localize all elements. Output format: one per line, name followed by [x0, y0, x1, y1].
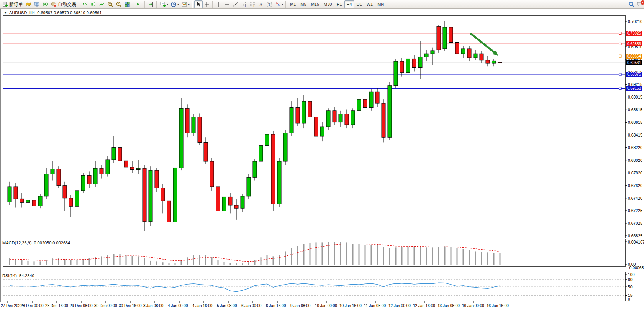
bar-chart-icon	[82, 1, 88, 7]
vertical-line-tool-button[interactable]	[215, 0, 223, 8]
candle-body	[283, 133, 287, 161]
shift-chart-button[interactable]	[135, 0, 143, 8]
candle-body	[185, 108, 189, 133]
date-label: 12 Jan 16:00	[413, 304, 435, 308]
zoom-in-button[interactable]	[106, 0, 115, 8]
timeframe-w1[interactable]: W1	[364, 0, 375, 8]
timeframe-m5[interactable]: M5	[298, 0, 308, 8]
candle-body	[253, 161, 257, 177]
line-handle[interactable]	[619, 43, 621, 45]
price-tick-label: 0.68615	[628, 120, 642, 125]
candle-body	[406, 59, 410, 72]
arrows-tool-button[interactable]: ▾	[274, 0, 284, 8]
candle-body	[474, 54, 477, 58]
crosshair-tool-button[interactable]	[203, 0, 211, 8]
candle-body	[167, 201, 171, 222]
tile-windows-button[interactable]	[123, 0, 131, 8]
new-order-icon	[2, 1, 8, 7]
candle-body	[412, 59, 416, 67]
autotrading-icon	[51, 1, 57, 7]
candle-body	[296, 108, 300, 123]
rsi-value: 54.2840	[19, 273, 34, 278]
cursor-icon	[195, 1, 202, 7]
candle-body	[216, 187, 220, 211]
line-handle[interactable]	[619, 32, 621, 35]
terminal-button[interactable]	[33, 0, 41, 8]
timeframe-m30[interactable]: M30	[321, 0, 334, 8]
candlesticks[interactable]	[8, 21, 502, 231]
candle-body	[461, 49, 465, 54]
line-handle[interactable]	[619, 87, 621, 90]
text-label-tool-button[interactable]: T	[265, 0, 274, 8]
price-tick-label: 0.68020	[628, 158, 642, 163]
date-label: 13 Jan 08:00	[438, 304, 460, 308]
templates-button[interactable]: ▾	[180, 0, 191, 8]
timeframe-m15[interactable]: M15	[309, 0, 321, 8]
candle-body	[155, 170, 159, 188]
price-tick-label: 0.67820	[628, 171, 642, 175]
timeframe-m1[interactable]: M1	[288, 0, 298, 8]
candle-body	[486, 60, 490, 63]
button-label: MN	[377, 2, 384, 7]
text-tool-button[interactable]: A	[257, 0, 265, 8]
chevron-down-icon[interactable]: ▼	[4, 11, 7, 15]
line-handle[interactable]	[619, 55, 621, 57]
market-watch-button[interactable]	[24, 0, 33, 8]
periods-button[interactable]: ▾	[169, 0, 180, 8]
date-label: 4 Jan 00:00	[168, 304, 188, 308]
candle-body	[400, 61, 404, 73]
line-handle[interactable]	[619, 73, 621, 76]
chart-window[interactable]: ▼AUDUSD-,H4 0.69567 0.69579 0.69510 0.69…	[0, 9, 644, 311]
new-order-button[interactable]: 新订单	[1, 0, 24, 8]
price-line-tag: 0.69375	[626, 72, 642, 77]
signals-button[interactable]	[41, 0, 49, 8]
bar-chart-button[interactable]	[81, 0, 89, 8]
candle-body	[308, 101, 312, 117]
rsi-axis-label: 50	[628, 285, 633, 289]
candle-body	[20, 199, 24, 202]
periods-icon	[170, 1, 177, 7]
candle-body	[136, 168, 140, 169]
trendline-tool-button[interactable]	[231, 0, 240, 8]
svg-text:A: A	[259, 2, 263, 7]
date-label: 16 Jan 16:00	[487, 304, 509, 308]
candle-body	[75, 191, 79, 206]
chart-canvas[interactable]	[0, 9, 644, 311]
autotrading-button[interactable]: 自动交易	[49, 0, 77, 8]
timeframe-mn[interactable]: MN	[375, 0, 386, 8]
chat-button[interactable]: 1	[636, 0, 644, 8]
macd-indicator-label: MACD(12,26,9)0.002050 0.002634	[2, 240, 70, 245]
shift-chart-icon	[136, 1, 142, 7]
candle-body	[363, 99, 367, 107]
auto-scroll-button[interactable]	[147, 0, 155, 8]
timeframe-h1[interactable]: H1	[334, 0, 344, 8]
new-chart-button[interactable]: ▾	[159, 0, 169, 8]
timeframe-d1[interactable]: D1	[354, 0, 364, 8]
cursor-tool-button[interactable]	[194, 0, 203, 8]
zoom-in-icon	[107, 1, 113, 7]
rsi-axis-label: 0	[628, 297, 630, 301]
candle-body	[320, 127, 324, 136]
horizontal-line-tool-button[interactable]	[223, 0, 231, 8]
line-chart-button[interactable]	[98, 0, 106, 8]
candlestick-chart-button[interactable]	[89, 0, 98, 8]
button-label: M30	[324, 2, 332, 7]
candle-body	[8, 187, 11, 202]
zoom-out-button[interactable]	[115, 0, 123, 8]
timeframe-h4[interactable]: H4	[344, 0, 354, 8]
channel-tool-button[interactable]: E	[240, 0, 248, 8]
fibonacci-icon: F	[249, 1, 256, 7]
trend-arrow[interactable]	[470, 33, 498, 56]
search-button[interactable]	[627, 0, 636, 8]
toolbar-separator	[212, 1, 213, 8]
fibonacci-tool-button[interactable]: F	[248, 0, 257, 8]
date-label: 4 Jan 16:00	[192, 304, 212, 308]
price-tick-label: 0.67025	[628, 221, 642, 225]
candle-body	[345, 114, 349, 125]
macd-axis-top: 0.004167	[628, 240, 644, 244]
candle-body	[26, 200, 30, 203]
candle-body	[418, 57, 422, 67]
chart-title-bar: ▼AUDUSD-,H4 0.69567 0.69579 0.69510 0.69…	[4, 10, 102, 15]
pane-border	[3, 272, 626, 301]
tile-windows-icon	[124, 1, 130, 7]
